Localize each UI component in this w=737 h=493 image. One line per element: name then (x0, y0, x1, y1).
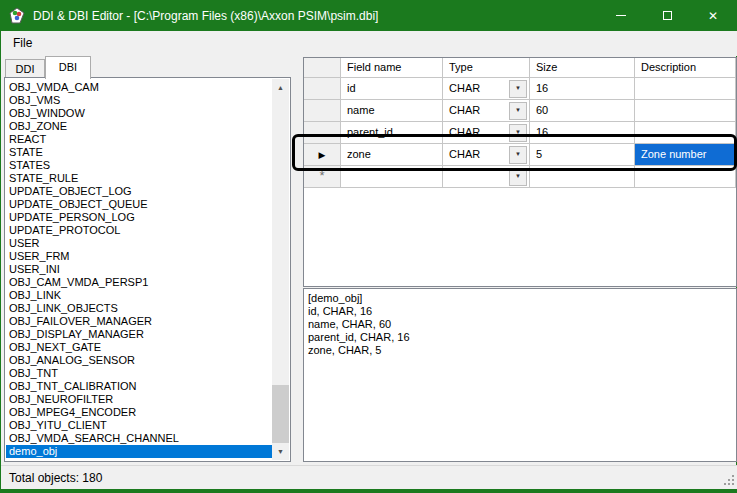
size-cell[interactable] (530, 166, 635, 188)
row-selector[interactable] (304, 78, 341, 100)
type-dropdown-button[interactable]: ▼ (509, 80, 527, 98)
dropdown-icon: ▼ (515, 100, 521, 121)
description-cell[interactable]: Zone number (635, 144, 736, 166)
title-bar: DDI & DBI Editor - [C:\Program Files (x8… (1, 0, 736, 31)
field-name-cell[interactable]: id (341, 78, 443, 100)
field-name-cell[interactable]: zone (341, 144, 443, 166)
list-item[interactable]: OBJ_LINK (6, 289, 272, 302)
minimize-icon (616, 15, 626, 16)
tab-dbi[interactable]: DBI (45, 56, 91, 79)
grid-row: parent_idCHAR▼16 (304, 122, 736, 144)
dropdown-icon: ▼ (515, 122, 521, 143)
object-list[interactable]: OBJ_VMDA_CAMOBJ_VMSOBJ_WINDOWOBJ_ZONEREA… (4, 77, 291, 462)
type-cell[interactable]: CHAR▼ (443, 122, 530, 144)
list-item[interactable]: USER_INI (6, 263, 272, 276)
row-selector[interactable]: ▶ (304, 144, 341, 166)
description-cell[interactable] (635, 78, 736, 100)
list-item[interactable]: demo_obj (6, 445, 272, 458)
object-list-scrollbar[interactable]: ▲ ▼ (272, 79, 289, 460)
list-item[interactable]: STATES (6, 159, 272, 172)
row-selector[interactable] (304, 100, 341, 122)
list-item[interactable]: OBJ_TNT (6, 367, 272, 380)
row-selector[interactable]: * (304, 166, 341, 188)
type-cell[interactable]: CHAR▼ (443, 78, 530, 100)
list-item[interactable]: OBJ_FAILOVER_MANAGER (6, 315, 272, 328)
list-item[interactable]: OBJ_CAM_VMDA_PERSP1 (6, 276, 272, 289)
preview-text[interactable]: [demo_obj]id, CHAR, 16name, CHAR, 60pare… (303, 288, 737, 462)
list-item[interactable]: OBJ_DISPLAY_MANAGER (6, 328, 272, 341)
size-cell[interactable]: 5 (530, 144, 635, 166)
tab-ddi[interactable]: DDI (5, 59, 45, 78)
list-item[interactable]: OBJ_VMS (6, 94, 272, 107)
grid-row: idCHAR▼16 (304, 78, 736, 100)
list-item[interactable]: USER (6, 237, 272, 250)
size-cell[interactable]: 60 (530, 100, 635, 122)
preview-line: name, CHAR, 60 (308, 318, 732, 331)
list-item[interactable]: UPDATE_OBJECT_QUEUE (6, 198, 272, 211)
list-item[interactable]: OBJ_YITU_CLIENT (6, 419, 272, 432)
column-header[interactable]: Field name (341, 58, 443, 78)
list-item[interactable]: REACT (6, 133, 272, 146)
list-item[interactable]: OBJ_TNT_CALIBRATION (6, 380, 272, 393)
grid-header-row: Field nameTypeSizeDescription (304, 58, 736, 78)
list-item[interactable]: OBJ_VMDA_CAM (6, 81, 272, 94)
list-item[interactable]: UPDATE_PERSON_LOG (6, 211, 272, 224)
preview-line: zone, CHAR, 5 (308, 344, 732, 357)
type-dropdown-button[interactable]: ▼ (509, 146, 527, 164)
size-cell[interactable]: 16 (530, 122, 635, 144)
grid-corner-cell[interactable] (304, 58, 341, 78)
grid-rows: idCHAR▼16nameCHAR▼60parent_idCHAR▼16▶zon… (304, 78, 736, 188)
field-name-cell[interactable] (341, 166, 443, 188)
row-selector[interactable] (304, 122, 341, 144)
field-name-cell[interactable]: parent_id (341, 122, 443, 144)
status-text: Total objects: 180 (9, 471, 102, 485)
description-cell[interactable] (635, 166, 736, 188)
list-item[interactable]: UPDATE_PROTOCOL (6, 224, 272, 237)
list-item[interactable]: OBJ_ANALOG_SENSOR (6, 354, 272, 367)
grid-row: ▶zoneCHAR▼5Zone number (304, 144, 736, 166)
list-item[interactable]: OBJ_NEXT_GATE (6, 341, 272, 354)
fields-grid: Field nameTypeSizeDescription idCHAR▼16n… (303, 57, 737, 287)
minimize-button[interactable] (598, 0, 644, 31)
window-border-bottom (1, 489, 737, 493)
column-header[interactable]: Type (443, 58, 530, 78)
type-value: CHAR (449, 122, 480, 143)
preview-line: [demo_obj] (308, 292, 732, 305)
list-item[interactable]: OBJ_ZONE (6, 120, 272, 133)
description-cell[interactable] (635, 100, 736, 122)
list-item[interactable]: OBJ_NEUROFILTER (6, 393, 272, 406)
list-item[interactable]: UPDATE_OBJECT_LOG (6, 185, 272, 198)
type-dropdown-button[interactable]: ▼ (509, 168, 527, 186)
grid-row: nameCHAR▼60 (304, 100, 736, 122)
type-dropdown-button[interactable]: ▼ (509, 102, 527, 120)
list-item[interactable]: USER_FRM (6, 250, 272, 263)
size-cell[interactable]: 16 (530, 78, 635, 100)
scroll-up-icon: ▲ (277, 84, 284, 91)
window-title: DDI & DBI Editor - [C:\Program Files (x8… (33, 9, 378, 23)
list-item[interactable]: OBJ_VMDA_SEARCH_CHANNEL (6, 432, 272, 445)
scrollbar-thumb[interactable] (272, 385, 289, 443)
type-value: CHAR (449, 144, 480, 165)
type-dropdown-button[interactable]: ▼ (509, 124, 527, 142)
status-bar: Total objects: 180 (1, 465, 737, 489)
field-name-cell[interactable]: name (341, 100, 443, 122)
resize-grip[interactable] (722, 473, 734, 485)
list-item[interactable]: STATE (6, 146, 272, 159)
maximize-button[interactable] (644, 0, 690, 31)
scroll-down-button[interactable]: ▼ (272, 443, 289, 460)
grid-new-row: *▼ (304, 166, 736, 188)
type-cell[interactable]: CHAR▼ (443, 100, 530, 122)
list-item[interactable]: OBJ_LINK_OBJECTS (6, 302, 272, 315)
type-cell[interactable]: ▼ (443, 166, 530, 188)
list-item[interactable]: STATE_RULE (6, 172, 272, 185)
description-cell[interactable] (635, 122, 736, 144)
list-item[interactable]: OBJ_MPEG4_ENCODER (6, 406, 272, 419)
type-cell[interactable]: CHAR▼ (443, 144, 530, 166)
scroll-up-button[interactable]: ▲ (272, 79, 289, 96)
menu-bar: File (2, 31, 737, 56)
menu-file[interactable]: File (2, 31, 41, 54)
close-button[interactable]: ✕ (690, 0, 736, 31)
column-header[interactable]: Description (635, 58, 736, 78)
list-item[interactable]: OBJ_WINDOW (6, 107, 272, 120)
column-header[interactable]: Size (530, 58, 635, 78)
